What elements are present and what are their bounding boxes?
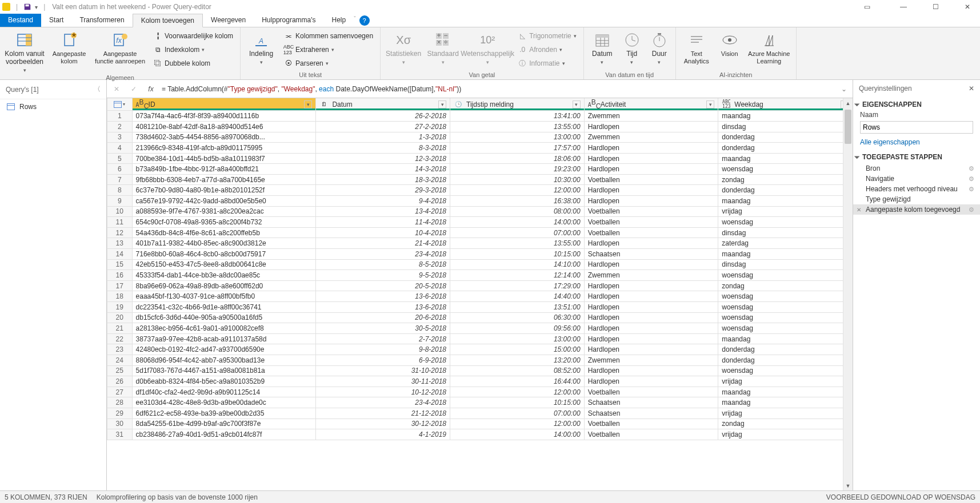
cell-tijdstip[interactable]: 13:41:00 — [450, 111, 585, 122]
statistics-button[interactable]: Χσ Statistieken▾ — [385, 30, 422, 65]
cell-weekdag[interactable]: vrijdag — [718, 206, 853, 217]
cell-activiteit[interactable]: Hardlopen — [584, 344, 718, 355]
tab-weergeven[interactable]: Weergeven — [203, 14, 254, 27]
cell-id[interactable]: 654c90cf-0708-49a8-9365-a8c200f4b732 — [132, 217, 316, 228]
cell-tijdstip[interactable]: 08:52:00 — [450, 365, 585, 376]
cell-weekdag[interactable]: woensdag — [718, 365, 853, 376]
cell-tijdstip[interactable]: 18:06:00 — [450, 153, 585, 164]
parse-button[interactable]: ⦿Parseren — [282, 57, 375, 70]
row-number[interactable]: 15 — [107, 259, 133, 270]
cell-tijdstip[interactable]: 12:14:00 — [450, 270, 585, 281]
tab-kolom-toevoegen[interactable]: Kolom toevoegen — [133, 14, 203, 27]
table-row[interactable]: 31cb238486-27a9-40d1-9d51-a9cb014fc87f4-… — [107, 429, 853, 440]
table-row[interactable]: 11654c90cf-0708-49a8-9365-a8c200f4b73211… — [107, 217, 853, 228]
cell-datum[interactable]: 13-4-2018 — [316, 206, 450, 217]
cell-weekdag[interactable]: woensdag — [718, 291, 853, 302]
table-row[interactable]: 2342480ecb-0192-4fc2-ad47-a93700d6590e9-… — [107, 344, 853, 355]
applied-step[interactable]: Navigatie⚙ — [853, 174, 980, 184]
extract-button[interactable]: ABC123Extraheren — [282, 43, 375, 56]
vertical-scrollbar[interactable]: ▲ ▼ — [843, 98, 853, 490]
cell-activiteit[interactable]: Hardlopen — [584, 291, 718, 302]
applied-step[interactable]: Bron⚙ — [853, 163, 980, 174]
table-row[interactable]: 178ba96e69-062a-49a8-89db-a8e600ff62d020… — [107, 280, 853, 291]
cell-activiteit[interactable]: Zwemmen — [584, 355, 718, 365]
cell-id[interactable]: 401b7a11-9382-44b0-85ec-a8c900d3812e — [132, 238, 316, 249]
cell-tijdstip[interactable]: 12:00:00 — [450, 185, 585, 196]
cell-datum[interactable]: 18-3-2018 — [316, 174, 450, 185]
index-column-button[interactable]: ⧉Indexkolom — [151, 43, 235, 56]
cell-datum[interactable]: 8-3-2018 — [316, 143, 450, 154]
cell-datum[interactable]: 9-4-2018 — [316, 196, 450, 207]
cell-activiteit[interactable]: Zwemmen — [584, 270, 718, 281]
scroll-up-icon[interactable]: ▲ — [843, 98, 853, 108]
applied-step[interactable]: ✕Aangepaste kolom toegevoegd⚙ — [853, 204, 980, 215]
row-number[interactable]: 9 — [107, 196, 133, 207]
cell-weekdag[interactable]: maandag — [718, 196, 853, 207]
save-icon[interactable] — [23, 3, 31, 11]
row-number[interactable]: 6 — [107, 164, 133, 175]
cell-datum[interactable]: 21-12-2018 — [316, 408, 450, 419]
cell-datum[interactable]: 31-10-2018 — [316, 365, 450, 376]
cell-tijdstip[interactable]: 06:30:00 — [450, 312, 585, 323]
select-all-corner[interactable]: ▾ — [107, 98, 133, 111]
cell-tijdstip[interactable]: 12:00:00 — [450, 387, 585, 397]
cell-id[interactable]: df1df40c-cfa2-4ed2-9b9d-a9b901125c14 — [132, 387, 316, 397]
cell-id[interactable]: 073a7f4a-4ac6-4f3f-8f39-a89400d1116b — [132, 111, 316, 122]
formula-text[interactable]: = Table.AddColumn(#"Type gewijzigd", "We… — [162, 85, 837, 93]
cell-id[interactable]: 213966c9-8348-419f-afcb-a89d01175995 — [132, 143, 316, 154]
row-number[interactable]: 29 — [107, 408, 133, 419]
cell-weekdag[interactable]: vrijdag — [718, 408, 853, 419]
cell-datum[interactable]: 20-6-2018 — [316, 312, 450, 323]
table-row[interactable]: 308da54255-61be-4d99-b9af-a9c700f3f87e30… — [107, 419, 853, 429]
cell-activiteit[interactable]: Hardlopen — [584, 153, 718, 164]
cell-weekdag[interactable]: woensdag — [718, 312, 853, 323]
row-number[interactable]: 10 — [107, 206, 133, 217]
minimize-button[interactable]: — — [893, 1, 914, 13]
table-row[interactable]: 2238737aa9-97ee-42b8-acab-a9110137a58d2-… — [107, 333, 853, 344]
cell-datum[interactable]: 30-5-2018 — [316, 323, 450, 334]
cell-id[interactable]: cb238486-27a9-40d1-9d51-a9cb014fc87f — [132, 429, 316, 440]
filter-dropdown-icon[interactable]: ▾ — [706, 100, 714, 108]
cell-tijdstip[interactable]: 10:15:00 — [450, 249, 585, 260]
close-settings-icon[interactable]: ✕ — [969, 84, 974, 92]
cell-datum[interactable]: 27-2-2018 — [316, 121, 450, 132]
cell-id[interactable]: d0b6eabb-8324-4f84-b5ec-a9a8010352b9 — [132, 376, 316, 387]
applied-step[interactable]: Type gewijzigd — [853, 194, 980, 204]
row-number[interactable]: 20 — [107, 312, 133, 323]
cell-tijdstip[interactable]: 13:55:00 — [450, 238, 585, 249]
table-row[interactable]: 3738d4602-3ab5-4454-8856-a8970068db...1-… — [107, 132, 853, 143]
conditional-column-button[interactable]: ╏Voorwaardelijke kolom — [151, 30, 235, 42]
standard-button[interactable]: +−×÷ Standaard▾ — [426, 30, 459, 65]
column-header-tijdstip[interactable]: 🕒Tijdstip melding▾ — [450, 98, 585, 111]
filter-dropdown-icon[interactable]: ▾ — [438, 100, 446, 108]
expand-formula-icon[interactable]: ⌄ — [841, 85, 847, 93]
cell-id[interactable]: 42eb5150-e453-47c5-8ee8-a8db00641c8e — [132, 259, 316, 270]
row-number[interactable]: 2 — [107, 121, 133, 132]
cell-tijdstip[interactable]: 08:00:00 — [450, 206, 585, 217]
cell-weekdag[interactable]: donderdag — [718, 132, 853, 143]
row-number[interactable]: 21 — [107, 323, 133, 334]
gear-icon[interactable]: ⚙ — [969, 175, 974, 183]
cell-tijdstip[interactable]: 13:00:00 — [450, 333, 585, 344]
table-row[interactable]: 1645333f54-dab1-44ce-bb3e-a8dc00ae85c9-5… — [107, 270, 853, 281]
row-number[interactable]: 14 — [107, 249, 133, 260]
cell-id[interactable]: 4081210e-8abf-42df-8a18-a89400d514e6 — [132, 121, 316, 132]
cell-tijdstip[interactable]: 14:40:00 — [450, 291, 585, 302]
gear-icon[interactable]: ⚙ — [969, 186, 974, 193]
data-grid[interactable]: ▾ ABCID▾ 🗓Datum▾ 🕒Tijdstip melding▾ ABCA… — [107, 98, 853, 490]
cell-activiteit[interactable]: Voetballen — [584, 419, 718, 429]
row-number[interactable]: 16 — [107, 270, 133, 281]
cell-activiteit[interactable]: Schaatsen — [584, 408, 718, 419]
cell-tijdstip[interactable]: 14:10:00 — [450, 259, 585, 270]
fx-icon[interactable]: fx — [145, 83, 157, 95]
cell-weekdag[interactable]: woensdag — [718, 270, 853, 281]
cell-tijdstip[interactable]: 10:30:00 — [450, 174, 585, 185]
cell-weekdag[interactable]: maandag — [718, 333, 853, 344]
cell-activiteit[interactable]: Zwemmen — [584, 132, 718, 143]
cell-id[interactable]: 54a436db-84c8-4f6e-8c61-a8c200ffeb5b — [132, 227, 316, 238]
cell-datum[interactable]: 10-12-2018 — [316, 387, 450, 397]
cell-tijdstip[interactable]: 16:44:00 — [450, 376, 585, 387]
delete-step-icon[interactable]: ✕ — [857, 207, 861, 213]
table-row[interactable]: 19dc223541-c32c-4b66-9d1e-a8ff00c3674113… — [107, 302, 853, 313]
duration-button[interactable]: Duur▾ — [648, 30, 671, 65]
